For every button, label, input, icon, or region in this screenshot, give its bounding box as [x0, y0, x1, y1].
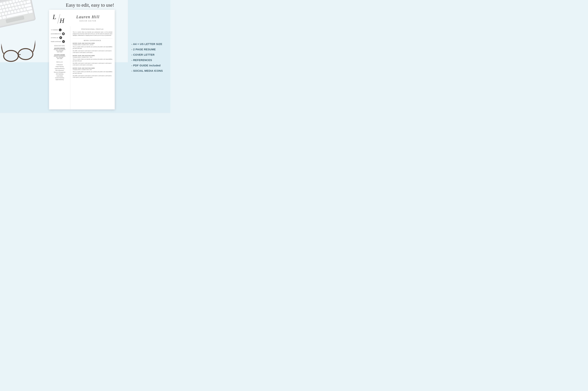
- skills-list: Professional Project Planning Improving …: [51, 64, 68, 81]
- feature-3: - COVER LETTER: [131, 53, 168, 56]
- job-skills-3: Key Skills: Lorem ipsum | Lorem ipsum | …: [73, 75, 112, 78]
- skill-digital: Digital Marketing: [51, 79, 68, 81]
- svg-point-53: [19, 49, 32, 59]
- email-text: youremail@mail.com: [51, 33, 61, 34]
- job-desc-2: This is a section where you describe you…: [73, 58, 112, 62]
- svg-rect-33: [21, 5, 24, 8]
- edu-field-1: Business Administration: [51, 49, 68, 50]
- svg-rect-21: [17, 2, 20, 5]
- contact-linkedin: linkedin.com/in/name: [51, 40, 68, 43]
- job-skills-2: Key Skills: Lorem ipsum | Lorem ipsum | …: [73, 63, 112, 66]
- svg-rect-22: [20, 1, 23, 5]
- monogram: L H: [53, 13, 65, 24]
- contact-phone: +47 99999999: [51, 29, 68, 31]
- edu-uni-2: Your University: [51, 57, 68, 58]
- resume-title: SENIOR EDITOR: [65, 20, 111, 22]
- feature-4: - REFERENCES: [131, 59, 168, 62]
- contact-email: youremail@mail.com: [51, 32, 68, 35]
- job-company-3: Company Name / Location/ 2010- 2012: [73, 69, 112, 70]
- svg-rect-43: [23, 8, 26, 11]
- name-section: Lauren Hill SENIOR EDITOR: [65, 13, 111, 22]
- svg-rect-20: [14, 3, 17, 6]
- svg-rect-16: [1, 5, 4, 9]
- email-icon: [62, 32, 65, 35]
- svg-rect-28: [5, 8, 9, 11]
- svg-rect-30: [12, 7, 15, 10]
- feature-2: - 2 PAGE RESUME: [131, 48, 168, 51]
- skill-content: Content Marketing: [51, 77, 68, 79]
- resume-card: L H Lauren Hill SENIOR EDITOR +47 999999…: [49, 10, 115, 109]
- profile-text: This is a section where you describe you…: [73, 31, 112, 36]
- skill-project: Project Planning: [51, 66, 68, 68]
- svg-rect-23: [23, 1, 26, 4]
- feature-5: - PDF GUIDE included: [131, 64, 168, 67]
- svg-rect-18: [7, 4, 11, 7]
- skill-seo: SEO Marketing: [51, 73, 68, 75]
- job-company-2: Company Name / Location/ 2012 - 2014: [73, 57, 112, 58]
- glasses-decoration: [1, 36, 35, 75]
- svg-point-55: [32, 51, 33, 53]
- feature-1: - A4 + US LETTER SIZE: [131, 43, 168, 46]
- linkedin-icon: [62, 40, 65, 43]
- svg-rect-19: [10, 3, 14, 7]
- edu-degree-1: MASTER'S DEGREE: [51, 48, 68, 49]
- resume-body: +47 99999999 youremail@mail.com 123 Stre…: [49, 26, 115, 109]
- monogram-h: H: [60, 17, 64, 24]
- tagline-text: Easy to edit, easy to use!: [66, 2, 114, 8]
- svg-rect-41: [17, 9, 20, 12]
- job-3: ENTER YOUR JOB POSITION HERE Company Nam…: [73, 68, 112, 78]
- resume-header: L H Lauren Hill SENIOR EDITOR: [49, 10, 115, 26]
- edu-uni-1: Your University: [51, 50, 68, 51]
- header-tagline: Easy to edit, easy to use!: [66, 2, 114, 8]
- edu-degree-2: MASTER'S DEGREE: [51, 54, 68, 56]
- address-text: 123 Street, City: [51, 37, 58, 38]
- svg-rect-38: [7, 11, 11, 14]
- svg-point-54: [3, 53, 4, 54]
- job-company-1: Company Name / Location/ 2014 - present: [73, 44, 112, 45]
- svg-rect-4: [0, 2, 3, 5]
- job-desc-1: This is a section where you describe you…: [73, 46, 112, 49]
- job-skills-1: Key Skills: Lorem ipsum | Lorem ipsum | …: [73, 50, 112, 53]
- svg-rect-32: [18, 5, 21, 9]
- job-title-3: ENTER YOUR JOB POSITION HERE: [73, 68, 112, 69]
- svg-rect-31: [15, 6, 18, 9]
- svg-rect-5: [3, 2, 6, 5]
- svg-point-52: [4, 51, 18, 61]
- svg-rect-7: [9, 0, 12, 4]
- education-title: EDUCATION: [51, 45, 68, 46]
- job-1: ENTER YOUR JOB POSITION HERE Company Nam…: [73, 43, 112, 53]
- svg-rect-39: [10, 10, 14, 14]
- monogram-letters: L H: [53, 13, 65, 24]
- feature-6: - SOCIAL MEDIA ICONS: [131, 69, 168, 72]
- features-panel: - A4 + US LETTER SIZE - 2 PAGE RESUME - …: [131, 43, 168, 75]
- edu-year-2: 2007-2009: [51, 58, 68, 59]
- skills-title: SKILLS: [51, 61, 68, 63]
- skill-risk: Risk Assessment: [51, 70, 68, 71]
- phone-text: +47 99999999: [51, 29, 58, 30]
- svg-rect-42: [20, 8, 23, 12]
- skill-resource: Resource Management: [51, 71, 68, 73]
- svg-rect-8: [12, 0, 15, 3]
- svg-rect-36: [1, 12, 4, 16]
- job-desc-3: This is a section where you describe you…: [73, 71, 112, 74]
- monogram-l: L: [53, 13, 56, 20]
- skill-efficiency: Improving Efficiency: [51, 68, 68, 70]
- profile-title: PROFESSIONAL PROFILE: [73, 29, 112, 30]
- job-2: ENTER YOUR JOB POSITION HERE Company Nam…: [73, 55, 112, 66]
- resume-name: Lauren Hill: [65, 14, 111, 19]
- education-entry-2: MASTER'S DEGREE Business Administration …: [51, 54, 68, 59]
- contact-address: 123 Street, City: [51, 36, 68, 39]
- right-column: PROFESSIONAL PROFILE This is a section w…: [70, 26, 115, 109]
- phone-icon: [59, 29, 62, 31]
- skill-professional: Professional: [51, 64, 68, 66]
- home-icon: [59, 36, 62, 39]
- svg-rect-27: [2, 9, 6, 12]
- job-title-1: ENTER YOUR JOB POSITION HERE: [73, 43, 112, 44]
- svg-rect-40: [14, 10, 17, 13]
- edu-field-2: Business Administration: [51, 56, 68, 57]
- svg-rect-6: [6, 1, 9, 4]
- education-entry-1: MASTER'S DEGREE Business Administration …: [51, 48, 68, 53]
- left-column: +47 99999999 youremail@mail.com 123 Stre…: [49, 26, 70, 109]
- job-title-2: ENTER YOUR JOB POSITION HERE: [73, 55, 112, 56]
- svg-rect-17: [4, 5, 8, 8]
